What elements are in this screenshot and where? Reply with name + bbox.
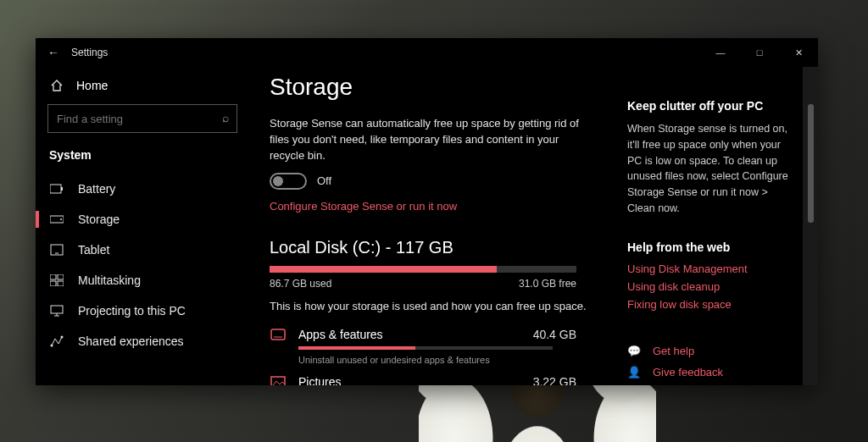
category-size: 3.22 GB (533, 375, 576, 385)
project-icon (49, 305, 64, 317)
clutter-text: When Storage sense is turned on, it'll f… (627, 121, 797, 217)
tablet-icon (49, 244, 64, 256)
home-icon (49, 79, 64, 92)
category-size: 40.4 GB (533, 328, 576, 341)
web-help-link[interactable]: Using Disk Management (627, 262, 797, 275)
sidebar-item-tablet[interactable]: Tablet (36, 235, 249, 265)
storage-category-apps-features[interactable]: Apps & features40.4 GBUninstall unused o… (270, 323, 576, 370)
category-tip: Uninstall unused or undesired apps & fea… (298, 355, 576, 365)
sidebar-item-shared-experiences[interactable]: Shared experiences (36, 326, 249, 356)
maximize-button[interactable]: □ (740, 38, 779, 67)
category-name: Pictures (298, 375, 521, 385)
search-icon: ⌕ (222, 111, 229, 124)
get-help-link[interactable]: 💬 Get help (627, 345, 797, 357)
main-content: Storage Storage Sense can automatically … (270, 74, 590, 385)
shared-icon (49, 335, 64, 347)
category-name: Apps & features (298, 328, 521, 341)
configure-storage-sense-link[interactable]: Configure Storage Sense or run it now (270, 200, 590, 213)
sidebar-item-label: Multitasking (78, 273, 141, 287)
page-title: Storage (270, 74, 590, 101)
sidebar-item-label: Storage (78, 213, 120, 226)
storage-icon (49, 214, 64, 224)
web-help-link[interactable]: Using disk cleanup (627, 280, 797, 293)
back-button[interactable]: ← (47, 46, 71, 59)
battery-icon (49, 184, 64, 194)
svg-rect-1 (61, 187, 63, 191)
svg-point-3 (60, 218, 62, 220)
scrollbar-thumb[interactable] (808, 104, 814, 223)
svg-point-14 (61, 336, 64, 339)
svg-rect-15 (271, 329, 285, 340)
close-button[interactable]: ✕ (779, 38, 818, 67)
scrollbar-track[interactable] (803, 67, 818, 385)
web-help-link[interactable]: Fixing low disk space (627, 298, 797, 311)
toggle-state: Off (317, 174, 331, 187)
sidebar-item-storage[interactable]: Storage (36, 204, 249, 235)
search-input[interactable] (47, 104, 237, 133)
sidebar-item-label: Projecting to this PC (78, 304, 186, 318)
titlebar: ← Settings — □ ✕ (36, 38, 818, 67)
aside: Keep clutter off your PC When Storage se… (627, 74, 805, 385)
svg-rect-10 (51, 306, 63, 313)
svg-rect-6 (50, 274, 56, 279)
storage-sense-desc: Storage Sense can automatically free up … (270, 116, 590, 164)
svg-rect-8 (50, 281, 56, 286)
sidebar: Home ⌕ System BatteryStorageTabletMultit… (36, 67, 249, 385)
webhelp-heading: Help from the web (627, 240, 797, 254)
sidebar-item-label: Tablet (78, 243, 109, 257)
section-label: System (36, 145, 249, 174)
give-feedback-link[interactable]: 👤 Give feedback (627, 366, 797, 378)
disk-free: 31.0 GB free (519, 278, 576, 290)
disk-used: 86.7 GB used (270, 278, 331, 290)
storage-category-pictures[interactable]: Pictures3.22 GB (270, 370, 576, 385)
sidebar-item-multitasking[interactable]: Multitasking (36, 265, 249, 296)
sidebar-item-label: Battery (78, 182, 115, 196)
sidebar-item-battery[interactable]: Battery (36, 174, 249, 204)
apps-icon (270, 329, 287, 340)
pictures-icon (270, 376, 287, 385)
home-label: Home (76, 79, 108, 92)
disk-usage-bar (270, 266, 576, 273)
settings-window: ← Settings — □ ✕ Home ⌕ System BatterySt… (36, 38, 818, 385)
chat-icon: 💬 (627, 345, 641, 357)
person-icon: 👤 (627, 366, 641, 378)
sidebar-item-projecting-to-this-pc[interactable]: Projecting to this PC (36, 296, 249, 326)
svg-rect-7 (58, 274, 64, 279)
disk-title: Local Disk (C:) - 117 GB (270, 238, 590, 257)
storage-sense-toggle[interactable] (270, 173, 307, 190)
svg-point-13 (51, 345, 53, 347)
svg-rect-9 (58, 281, 64, 286)
multitask-icon (49, 274, 64, 286)
home-link[interactable]: Home (36, 74, 249, 104)
breakdown-desc: This is how your storage is used and how… (270, 300, 590, 312)
clutter-heading: Keep clutter off your PC (627, 99, 797, 113)
svg-rect-0 (50, 185, 61, 193)
sidebar-item-label: Shared experiences (78, 334, 184, 348)
category-bar (298, 346, 553, 350)
window-title: Settings (71, 47, 108, 58)
minimize-button[interactable]: — (701, 38, 740, 67)
